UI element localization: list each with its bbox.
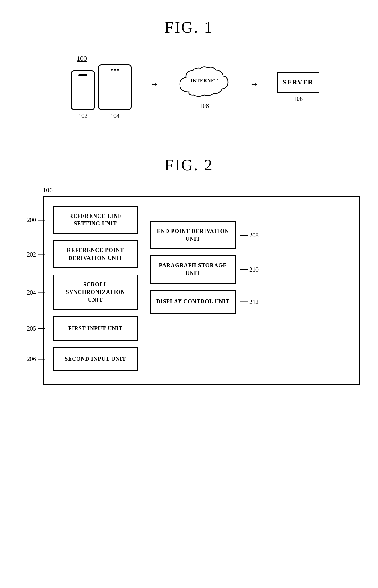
label-210: 210	[240, 266, 259, 273]
server-number: 106	[294, 95, 303, 102]
label-line-206	[38, 359, 45, 359]
label-line-208	[240, 235, 248, 236]
label-line-204	[38, 292, 45, 293]
block-row-204: 204 SCROLL SYNCHRONIZATION UNIT	[53, 275, 138, 310]
block-row-212: DISPLAY CONTROL UNIT 212	[150, 290, 236, 314]
camera-dot-3	[117, 69, 119, 71]
internet-group: INTERNET 108	[177, 65, 232, 109]
fig2-right-col: END POINT DERIVATION UNIT 208 PARAGRAPH …	[150, 221, 236, 375]
phone-label: 102	[71, 112, 95, 119]
arrow-devices-internet: ↔	[150, 79, 159, 89]
fig1-title: FIG. 1	[18, 18, 360, 36]
fig2-diagram: 100 200 REFERENCE LINE SETTING UNIT	[43, 186, 360, 385]
fig1-section: FIG. 1 100	[18, 18, 360, 138]
label-200: 200	[27, 217, 45, 224]
block-202: REFERENCE POINT DERIVATION UNIT	[53, 240, 138, 268]
tablet-camera	[111, 69, 119, 71]
svg-text:INTERNET: INTERNET	[191, 78, 218, 83]
fig2-title: FIG. 2	[18, 156, 360, 174]
block-row-206: 206 SECOND INPUT UNIT	[53, 347, 138, 371]
label-208: 208	[240, 232, 259, 239]
device-labels: 102 104	[71, 112, 132, 119]
label-line-205	[38, 328, 45, 329]
label-204: 204	[27, 289, 45, 296]
label-line-200	[38, 220, 45, 220]
server-group: SERVER 106	[277, 72, 319, 102]
block-205: FIRST INPUT UNIT	[53, 316, 138, 341]
devices-group: 100 102	[71, 55, 132, 119]
label-202: 202	[27, 251, 45, 258]
block-206: SECOND INPUT UNIT	[53, 347, 138, 371]
label-205: 205	[27, 325, 45, 332]
devices-label: 100	[77, 55, 87, 62]
phone-speaker	[78, 74, 87, 76]
label-line-210	[240, 269, 248, 270]
cloud-shape: INTERNET	[177, 65, 232, 101]
devices-row	[71, 64, 132, 110]
camera-dot-1	[111, 69, 113, 71]
fig2-outer-box: 200 REFERENCE LINE SETTING UNIT 202 REFE…	[43, 196, 360, 385]
label-line-202	[38, 254, 45, 255]
fig2-outer-label: 100	[43, 186, 360, 194]
fig2-left-col: 200 REFERENCE LINE SETTING UNIT 202 REFE…	[53, 206, 138, 375]
block-200: REFERENCE LINE SETTING UNIT	[53, 206, 138, 234]
label-206: 206	[27, 356, 45, 363]
internet-number: 108	[200, 102, 209, 109]
fig1-diagram: 100 102	[18, 48, 360, 138]
block-208: END POINT DERIVATION UNIT	[150, 221, 236, 249]
block-210: PARAGRAPH STORAGE UNIT	[150, 255, 236, 283]
tablet-label: 104	[98, 112, 132, 119]
block-row-208: END POINT DERIVATION UNIT 208	[150, 221, 236, 249]
block-204: SCROLL SYNCHRONIZATION UNIT	[53, 275, 138, 310]
device-tablet	[98, 64, 132, 110]
fig2-section: FIG. 2 100 200 REFERENCE LINE SETTING UN…	[18, 156, 360, 385]
label-line-212	[240, 302, 248, 302]
block-row-200: 200 REFERENCE LINE SETTING UNIT	[53, 206, 138, 234]
label-212: 212	[240, 298, 259, 305]
server-box: SERVER	[277, 72, 319, 93]
block-212: DISPLAY CONTROL UNIT	[150, 290, 236, 314]
block-row-205: 205 FIRST INPUT UNIT	[53, 316, 138, 341]
block-row-210: PARAGRAPH STORAGE UNIT 210	[150, 255, 236, 283]
device-phone	[71, 70, 95, 110]
block-row-202: 202 REFERENCE POINT DERIVATION UNIT	[53, 240, 138, 268]
page: FIG. 1 100	[0, 0, 378, 588]
camera-dot-2	[114, 69, 116, 71]
arrow-internet-server: ↔	[250, 79, 259, 89]
